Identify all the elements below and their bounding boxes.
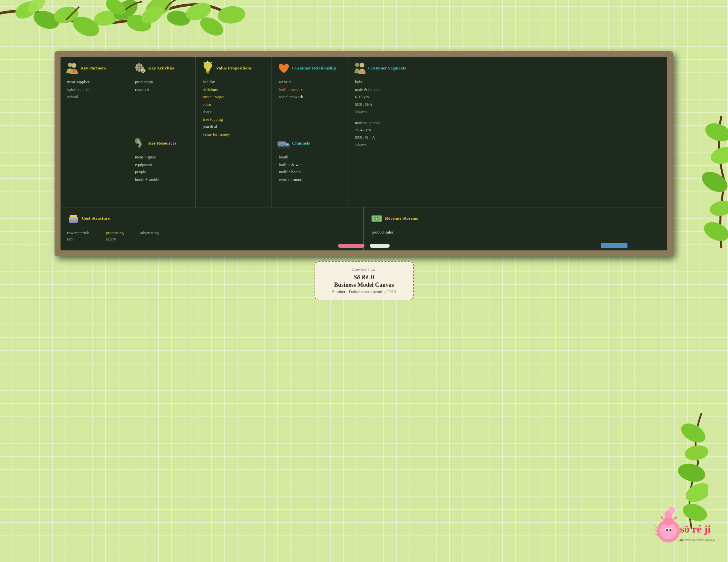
svg-point-12 — [217, 5, 246, 24]
cell-key-resources: Key Resources meat + spice equipment peo… — [128, 132, 195, 207]
cost-item-2: processing — [106, 231, 124, 236]
cust-seg-header: Customer Segments — [354, 62, 662, 74]
svg-point-60 — [283, 147, 284, 148]
chalk-tray — [338, 244, 390, 248]
vp-item-5: shape — [203, 108, 266, 116]
vp-item-4: color — [203, 101, 266, 108]
revenue-body: product sales — [370, 229, 661, 236]
channels-icon — [278, 137, 290, 150]
cust-seg-title: Customer Segments — [368, 65, 406, 71]
svg-point-18 — [699, 167, 728, 196]
svg-point-5 — [93, 9, 119, 27]
cs-g1-item-5: Jakarta — [355, 108, 662, 116]
chalk-white — [370, 244, 390, 248]
key-activities-item-1: production — [135, 78, 190, 86]
ch-item-3: mobile booth — [279, 168, 342, 176]
key-partners-title: Key Partners — [80, 65, 106, 71]
cr-item-3: social network — [279, 93, 342, 101]
cs-g2-item-3: SES : B – A — [355, 134, 662, 142]
key-resources-item-1: meat + spice — [135, 153, 190, 161]
svg-point-10 — [183, 0, 214, 23]
revenue-header: $ Revenue Streams — [370, 212, 661, 225]
caption-subtitle: Business Model Canvas — [322, 281, 407, 288]
key-partners-icon — [66, 62, 78, 74]
svg-point-22 — [683, 479, 708, 505]
channels-body: booth hotline & web mobile booth word of… — [278, 153, 342, 183]
svg-point-11 — [197, 14, 227, 39]
svg-point-24 — [684, 444, 708, 462]
key-resources-title: Key Resources — [148, 141, 176, 146]
svg-point-14 — [103, 0, 128, 18]
cost-item-5: salary — [106, 237, 124, 242]
svg-rect-28 — [73, 70, 75, 73]
key-activities-body: production research — [134, 78, 190, 93]
cost-structure-header: $ Cost Structure — [67, 212, 357, 225]
vp-item-8: value for money — [203, 131, 266, 138]
vp-item-6: free topping — [203, 116, 266, 123]
svg-point-25 — [678, 419, 708, 447]
svg-rect-50 — [206, 71, 209, 73]
svg-text:$: $ — [376, 218, 377, 220]
key-activities-header: Key Activities — [134, 62, 190, 74]
svg-point-26 — [68, 63, 72, 67]
svg-point-79 — [372, 216, 374, 218]
cell-key-activities: Key Activities production research — [128, 57, 195, 132]
key-resources-body: meat + spice equipment people booth + mo… — [134, 153, 190, 183]
cell-key-partners: Key Partners meat supplier spice supplie… — [61, 57, 128, 207]
sticky-note-blue — [601, 243, 627, 248]
cell-customer-segments: Customer Segments kids male & female 6-1… — [348, 57, 667, 207]
cs-g1-item-2: male & female — [355, 86, 662, 94]
svg-point-16 — [703, 120, 728, 145]
svg-rect-31 — [138, 63, 140, 65]
value-prop-title: Value Propositions — [216, 65, 252, 71]
svg-point-27 — [71, 63, 76, 68]
key-resources-item-2: equipment — [135, 161, 190, 169]
svg-rect-32 — [138, 70, 140, 72]
caption-figure-number: Gambar 2.24. — [322, 267, 407, 273]
svg-point-49 — [204, 62, 212, 70]
svg-rect-55 — [278, 141, 286, 147]
svg-rect-44 — [144, 70, 146, 71]
cost-item-3: advertising — [140, 231, 159, 236]
svg-point-91 — [666, 529, 668, 531]
svg-point-87 — [668, 507, 675, 514]
key-resources-header: Key Resources — [134, 137, 190, 150]
svg-point-6 — [110, 0, 141, 24]
svg-point-47 — [136, 139, 138, 142]
svg-point-1 — [13, 0, 40, 21]
value-prop-header: Value Propositions — [201, 62, 266, 74]
vp-item-7: practical — [203, 123, 266, 131]
soreji-logo: sö ré ji japanese rainbow sausages — [642, 504, 715, 551]
svg-text:japanese rainbow sausages: japanese rainbow sausages — [678, 538, 715, 541]
svg-rect-51 — [206, 72, 209, 73]
svg-point-65 — [355, 63, 360, 67]
logo-area: sö ré ji japanese rainbow sausages — [642, 504, 715, 552]
svg-rect-33 — [135, 66, 137, 68]
caption-box: Gambar 2.24. Sö Ré Ji Business Model Can… — [315, 261, 414, 300]
svg-point-20 — [701, 218, 728, 244]
svg-point-19 — [708, 199, 728, 218]
svg-point-8 — [143, 0, 175, 20]
cost-item-4: rent — [67, 237, 90, 242]
svg-point-80 — [380, 216, 381, 218]
svg-text:sö ré ji: sö ré ji — [680, 523, 711, 535]
svg-point-17 — [709, 145, 728, 166]
key-activities-item-2: research — [135, 86, 190, 94]
key-partners-item-1: meat supplier — [67, 78, 122, 86]
svg-rect-56 — [286, 144, 288, 146]
svg-rect-42 — [143, 72, 144, 73]
ch-item-2: hotline & web — [279, 161, 342, 169]
svg-point-15 — [139, 3, 166, 27]
cust-rel-body: website hotline service social network — [278, 78, 342, 101]
cust-rel-header: Customer Relationship — [278, 62, 342, 74]
key-resources-icon — [134, 137, 146, 150]
ch-item-1: booth — [279, 153, 342, 161]
key-activities-icon — [134, 62, 146, 74]
key-resources-item-4: booth + mobile — [135, 176, 190, 184]
cs-g2-item-4: Jakarta — [355, 141, 662, 149]
svg-point-4 — [70, 13, 102, 40]
vp-item-1: healthy — [203, 78, 266, 86]
cs-g2-item-1: mother, parents — [355, 119, 662, 127]
key-activities-title: Key Activities — [148, 65, 175, 71]
channels-header: Channels — [278, 137, 342, 150]
